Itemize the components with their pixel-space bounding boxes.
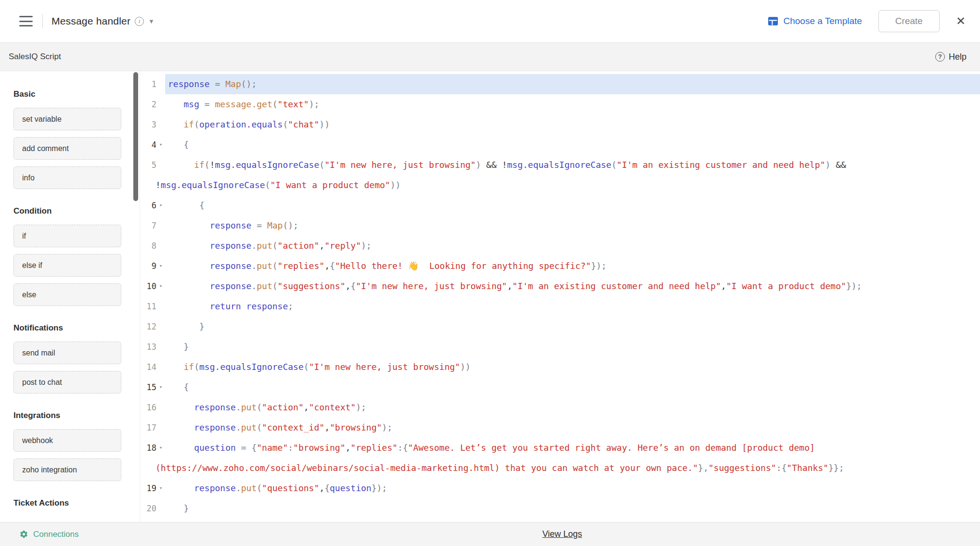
code-text: {: [165, 135, 980, 155]
sidebar-fade: [0, 510, 140, 522]
app-header: Message handler i ▼ Choose a Template Cr…: [0, 0, 980, 42]
fold-arrow-icon[interactable]: ▾: [156, 377, 165, 397]
sidebar-item-zoho-integration[interactable]: zoho integration: [13, 458, 121, 481]
help-icon: ?: [935, 52, 945, 62]
code-line[interactable]: 9▾response.put("replies",{"Hello there! …: [140, 256, 980, 276]
line-gutter: 18▾: [140, 438, 165, 458]
sidebar-item-set-variable[interactable]: set variable: [13, 108, 121, 130]
line-number: 18: [140, 438, 156, 458]
line-gutter: 3: [140, 114, 165, 135]
fold-arrow-icon[interactable]: ▾: [156, 195, 165, 216]
line-number: 11: [140, 296, 156, 317]
info-icon[interactable]: i: [135, 17, 144, 26]
line-gutter: 5: [140, 155, 165, 175]
sidebar-item-add-comment[interactable]: add comment: [13, 137, 121, 160]
sidebar-item-else[interactable]: else: [13, 283, 121, 306]
code-line[interactable]: 4▾{: [140, 135, 980, 155]
code-line[interactable]: 19▾response.put("questions",{question});: [140, 478, 980, 498]
code-text: msg = message.get("text");: [165, 94, 980, 114]
line-number: 6: [140, 195, 156, 216]
sidebar-item-info[interactable]: info: [13, 166, 121, 189]
line-gutter: 15▾: [140, 377, 165, 397]
code-line[interactable]: !msg.equalsIgnoreCase("I want a product …: [140, 175, 980, 195]
code-line[interactable]: 15▾{: [140, 377, 980, 397]
chevron-down-icon[interactable]: ▼: [148, 18, 155, 25]
line-number: 19: [140, 478, 156, 498]
create-button[interactable]: Create: [878, 10, 940, 32]
help-link[interactable]: ? Help: [935, 52, 967, 62]
gear-icon: [19, 530, 28, 539]
line-number: 20: [140, 498, 156, 519]
sidebar-item-webhook[interactable]: webhook: [13, 429, 121, 452]
sidebar-item-else-if[interactable]: else if: [13, 254, 121, 277]
line-number: 5: [140, 155, 156, 175]
code-text: if(msg.equalsIgnoreCase("I'm new here, j…: [165, 357, 980, 377]
line-number: 9: [140, 256, 156, 276]
code-line[interactable]: 8response.put("action","reply");: [140, 236, 980, 256]
fold-arrow-icon[interactable]: ▾: [156, 438, 165, 458]
line-gutter: 11: [140, 296, 165, 317]
code-line[interactable]: 16response.put("action","context");: [140, 397, 980, 418]
fold-arrow-icon[interactable]: ▾: [156, 478, 165, 498]
connections-button[interactable]: Connections: [19, 522, 79, 546]
hamburger-menu-icon[interactable]: [19, 16, 34, 26]
code-text: response = Map();: [165, 74, 980, 94]
block-palette-sidebar: Basicset variableadd commentinfoConditio…: [0, 71, 140, 522]
code-text: response.put("replies",{"Hello there! 👋 …: [165, 256, 980, 276]
line-gutter: 4▾: [140, 135, 165, 155]
code-text: response.put("questions",{question});: [165, 478, 980, 498]
code-line[interactable]: 14if(msg.equalsIgnoreCase("I'm new here,…: [140, 357, 980, 377]
template-icon: [768, 16, 778, 26]
fold-arrow-icon[interactable]: ▾: [156, 135, 165, 155]
line-number: 8: [140, 236, 156, 256]
code-line[interactable]: 12}: [140, 317, 980, 337]
code-line[interactable]: 20}: [140, 498, 980, 519]
code-line[interactable]: 10▾response.put("suggestions",{"I'm new …: [140, 276, 980, 296]
code-text: }: [165, 498, 980, 519]
code-line[interactable]: (https://www.zoho.com/social/webinars/so…: [140, 458, 980, 478]
code-line[interactable]: 1response = Map();: [140, 74, 980, 94]
line-number: 14: [140, 357, 156, 377]
help-label: Help: [949, 52, 967, 62]
line-gutter: 2: [140, 94, 165, 114]
code-line[interactable]: 18▾question = {"name":"browsing","replie…: [140, 438, 980, 458]
line-number: 1: [140, 74, 156, 94]
line-gutter: 6▾: [140, 195, 165, 216]
line-gutter: 19▾: [140, 478, 165, 498]
line-number: 13: [140, 337, 156, 357]
code-line[interactable]: 7response = Map();: [140, 216, 980, 236]
code-text: response.put("suggestions",{"I'm new her…: [165, 276, 980, 296]
sidebar-item-post-to-chat[interactable]: post to chat: [13, 371, 121, 394]
sidebar-section-title: Condition: [13, 206, 140, 217]
line-number: 7: [140, 216, 156, 236]
fold-arrow-icon[interactable]: ▾: [156, 256, 165, 276]
code-line[interactable]: 5if(!msg.equalsIgnoreCase("I'm new here,…: [140, 155, 980, 175]
close-icon[interactable]: ✕: [956, 15, 966, 27]
choose-template-link[interactable]: Choose a Template: [768, 16, 862, 26]
sidebar-section-title: Integrations: [13, 411, 140, 421]
line-number: 12: [140, 317, 156, 337]
code-text: {: [165, 195, 980, 216]
line-gutter: 16: [140, 397, 165, 418]
code-line[interactable]: 3if(operation.equals("chat")): [140, 114, 980, 135]
sidebar-scrollbar-thumb[interactable]: [133, 72, 138, 201]
fold-arrow-icon[interactable]: ▾: [156, 276, 165, 296]
script-type-label: SalesIQ Script: [9, 52, 61, 62]
sidebar-item-send-mail[interactable]: send mail: [13, 342, 121, 364]
connections-label: Connections: [33, 530, 79, 539]
code-line[interactable]: 11return response;: [140, 296, 980, 317]
code-line[interactable]: 6▾{: [140, 195, 980, 216]
code-editor[interactable]: 1response = Map();2msg = message.get("te…: [140, 71, 980, 522]
code-line[interactable]: 2msg = message.get("text");: [140, 94, 980, 114]
sidebar-item-if[interactable]: if: [13, 225, 121, 247]
line-gutter: 20: [140, 498, 165, 519]
line-number: 4: [140, 135, 156, 155]
code-line[interactable]: 17response.put("context_id","browsing");: [140, 418, 980, 438]
code-line[interactable]: 13}: [140, 337, 980, 357]
line-number: 15: [140, 377, 156, 397]
script-toolbar: SalesIQ Script ? Help: [0, 42, 980, 71]
line-number: 2: [140, 94, 156, 114]
line-gutter: 7: [140, 216, 165, 236]
line-number: 10: [140, 276, 156, 296]
view-logs-link[interactable]: View Logs: [542, 522, 582, 546]
